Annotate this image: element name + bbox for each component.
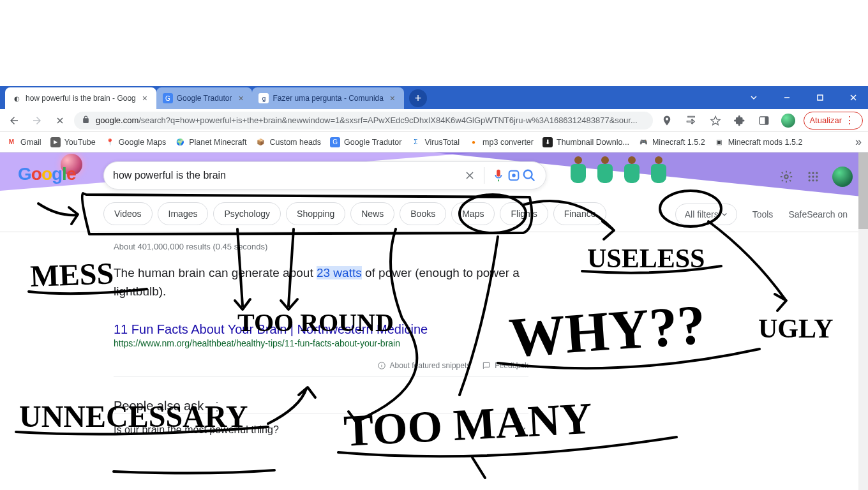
about-snippets-link[interactable]: About featured snippets <box>377 361 471 370</box>
bookmark-gmail[interactable]: MGmail <box>6 137 41 147</box>
tabs-overflow-icon[interactable] <box>739 86 768 109</box>
result-url[interactable]: https://www.nm.org/healthbeat/healthy-ti… <box>114 338 528 348</box>
search-options-right: All filters Tools SafeSearch on <box>675 204 848 225</box>
bookmark-thumbnail-downloader[interactable]: ⬇Thumbnail Downlo... <box>542 137 629 147</box>
featured-snippet: The human brain can generate about 23 wa… <box>114 264 528 301</box>
side-panel-icon[interactable] <box>755 112 773 130</box>
chip-news[interactable]: News <box>350 202 394 225</box>
close-icon[interactable]: × <box>236 93 246 103</box>
chip-books[interactable]: Books <box>400 202 446 225</box>
svg-point-14 <box>812 179 814 181</box>
svg-text:WHY??: WHY?? <box>507 293 708 369</box>
close-window-button[interactable] <box>839 86 868 109</box>
result-menu-icon[interactable]: ⋮ <box>513 361 521 370</box>
header-right <box>779 167 853 187</box>
browser-tab[interactable]: G Google Tradutor × <box>156 87 253 109</box>
search-bar[interactable] <box>103 161 546 189</box>
tab-title: Google Tradutor <box>177 94 232 103</box>
paa-question[interactable]: Is our brain the most powerful thing? <box>114 413 528 446</box>
bookmark-minecraft-152[interactable]: 🎮Minecraft 1.5.2 <box>638 137 705 147</box>
bookmark-youtube[interactable]: ▶YouTube <box>50 137 96 147</box>
bookmark-mp3-converter[interactable]: ●mp3 converter <box>468 137 534 147</box>
bookmark-maps[interactable]: 📍Google Maps <box>105 137 166 147</box>
svg-point-15 <box>816 179 818 181</box>
vertical-scrollbar[interactable] <box>858 152 868 490</box>
browser-tab-active[interactable]: ◐ how powerful is the brain - Goog × <box>5 87 156 109</box>
minimize-button[interactable] <box>772 86 802 109</box>
bookmark-planet-minecraft[interactable]: 🌍Planet Minecraft <box>175 137 246 147</box>
new-tab-button[interactable]: + <box>409 89 427 107</box>
svg-point-11 <box>812 175 814 177</box>
svg-point-5 <box>524 170 532 179</box>
result-stats: About 401,000,000 results (0.45 seconds) <box>114 242 528 251</box>
svg-point-9 <box>816 172 818 174</box>
tab-favicon: g <box>258 93 269 103</box>
all-filters-button[interactable]: All filters <box>675 204 737 225</box>
bookmark-star-icon[interactable] <box>707 112 724 130</box>
chevron-down-icon <box>517 423 528 437</box>
close-icon[interactable]: × <box>387 93 398 103</box>
location-icon[interactable] <box>658 112 676 130</box>
close-icon[interactable]: × <box>140 93 150 103</box>
settings-icon[interactable] <box>779 169 794 184</box>
search-results: About 401,000,000 results (0.45 seconds)… <box>114 242 528 446</box>
clear-icon[interactable] <box>462 169 477 182</box>
stop-reload-button[interactable] <box>51 112 69 130</box>
paa-heading: People also ask <box>114 399 204 413</box>
scrollbar-thumb[interactable] <box>858 152 868 229</box>
bookmark-google-tradutor[interactable]: GGoogle Tradutor <box>330 137 401 147</box>
url-input[interactable]: google.com/search?q=how+powerful+is+the+… <box>74 112 653 130</box>
chip-flights[interactable]: Flights <box>500 202 548 225</box>
tab-title: how powerful is the brain - Goog <box>26 94 136 103</box>
extensions-icon[interactable] <box>731 112 749 130</box>
bookmark-minecraft-mods-152[interactable]: ▣Minecraft mods 1.5.2 <box>714 137 803 147</box>
search-input[interactable] <box>113 170 462 181</box>
tab-favicon: ◐ <box>11 93 22 103</box>
svg-text:MESS: MESS <box>29 256 114 293</box>
browser-tab[interactable]: g Fazer uma pergunta - Comunida × <box>252 87 403 109</box>
svg-point-13 <box>809 179 811 181</box>
search-filter-chips: Videos Images Psychology Shopping News B… <box>103 202 606 225</box>
chip-psychology[interactable]: Psychology <box>213 202 281 225</box>
maximize-button[interactable] <box>805 86 835 109</box>
svg-point-10 <box>809 175 811 177</box>
svg-rect-2 <box>765 117 768 124</box>
feedback-link[interactable]: Feedback <box>482 361 528 370</box>
account-avatar[interactable] <box>832 167 853 187</box>
page-content: Google Videos Images Psychology Shopping… <box>0 152 868 490</box>
bookmark-virustotal[interactable]: ΣVirusTotal <box>410 137 460 147</box>
svg-text:UGLY: UGLY <box>758 314 834 343</box>
google-logo[interactable]: Google <box>18 164 75 184</box>
svg-point-4 <box>512 174 516 177</box>
update-button[interactable]: Atualizar⋮ <box>804 112 863 130</box>
doodle-dancers <box>567 155 670 189</box>
window-controls <box>739 86 868 109</box>
bookmark-custom-heads[interactable]: 📦Custom heads <box>255 137 321 147</box>
people-also-ask: People also ask ⋮ Is our brain the most … <box>114 399 528 446</box>
svg-point-12 <box>816 175 818 177</box>
forward-button[interactable] <box>28 112 46 130</box>
chip-finance[interactable]: Finance <box>553 202 607 225</box>
search-icon[interactable] <box>521 168 537 182</box>
chip-maps[interactable]: Maps <box>451 202 495 225</box>
divider <box>484 167 484 184</box>
voice-search-icon[interactable] <box>491 168 506 182</box>
chip-images[interactable]: Images <box>158 202 209 225</box>
svg-point-8 <box>812 172 814 174</box>
svg-point-7 <box>809 172 811 174</box>
tools-link[interactable]: Tools <box>752 209 774 219</box>
chip-videos[interactable]: Videos <box>103 202 153 225</box>
apps-grid-icon[interactable] <box>805 169 821 184</box>
address-bar: google.com/search?q=how+powerful+is+the+… <box>0 109 868 132</box>
back-button[interactable] <box>5 112 23 130</box>
result-title-link[interactable]: 11 Fun Facts About Your Brain | Northwes… <box>114 322 528 337</box>
svg-text:USELESS: USELESS <box>587 244 705 273</box>
bookmarks-overflow-icon[interactable]: » <box>855 135 862 149</box>
safesearch-link[interactable]: SafeSearch on <box>788 209 848 219</box>
lens-search-icon[interactable] <box>506 168 521 182</box>
paa-menu-icon[interactable]: ⋮ <box>211 399 223 413</box>
tab-title: Fazer uma pergunta - Comunida <box>273 94 383 103</box>
chip-shopping[interactable]: Shopping <box>286 202 345 225</box>
profile-avatar-icon[interactable] <box>779 112 797 130</box>
share-icon[interactable] <box>682 112 700 130</box>
